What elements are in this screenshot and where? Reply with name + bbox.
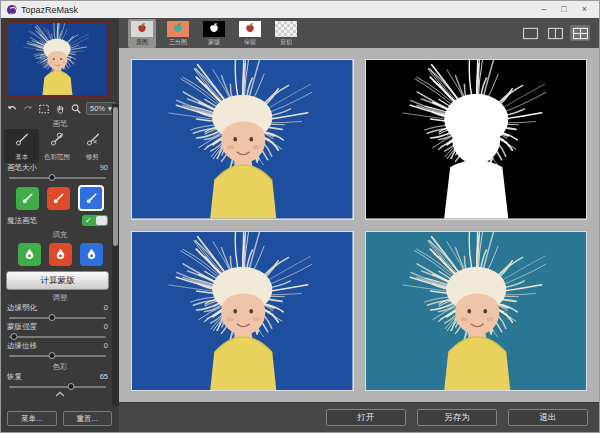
brush-size-label: 画笔大小 (7, 163, 37, 173)
tab-label: 保留 (244, 38, 256, 47)
marquee-select-icon[interactable] (38, 102, 50, 115)
save-as-button[interactable]: 另存为 (417, 409, 497, 426)
redo-icon[interactable] (22, 102, 34, 115)
tab-3[interactable]: 蒙版 (200, 19, 228, 48)
brush-section-header: 画笔 (1, 119, 119, 129)
slider-value: 65 (100, 372, 108, 382)
brush-tools-row: 基本色彩范围修剪 (1, 129, 119, 163)
slider-label: 边缘弱化 (7, 303, 37, 313)
slider-handle[interactable] (49, 352, 56, 359)
tab-label: 三分图 (169, 38, 187, 47)
brush-tool-label: 修剪 (86, 153, 99, 162)
compute-fill-button[interactable] (80, 243, 103, 266)
single-view-button[interactable] (520, 25, 540, 41)
view-tabs: 原图 三分图 蒙版 保留剪切 (128, 19, 300, 48)
tab-label: 蒙版 (208, 38, 220, 47)
apple-original-view-icon (131, 21, 153, 37)
apple-keep-view-icon (239, 21, 261, 37)
footer-bar: 打开 另存为 退出 (119, 402, 599, 432)
panel-original-top[interactable] (131, 59, 354, 220)
brush-tool-2[interactable]: 色彩范围 (39, 129, 74, 163)
sidebar-footer: 菜单... 重置... (1, 408, 119, 432)
compute-mask-button[interactable]: 计算蒙版 (6, 271, 109, 290)
apple-mask-view-icon (203, 21, 225, 37)
fill-section-header: 填充 (1, 230, 119, 240)
cut-fill-button[interactable] (49, 243, 72, 266)
close-button[interactable]: × (582, 5, 587, 14)
tool-sidebar: 50% ▾ 画笔 基本色彩范围修剪 画笔大小 90 魔法画笔 ✓ (1, 18, 119, 432)
brush-color-buttons (1, 182, 119, 213)
apple-trimap-view-icon (167, 21, 189, 37)
brush-tool-icon (12, 131, 31, 153)
zoom-level-value: 50% (90, 104, 105, 113)
slider-label: 边缘位移 (7, 341, 37, 351)
cut-brush-button[interactable] (47, 187, 70, 210)
magic-brush-row: 魔法画笔 ✓ (1, 213, 119, 228)
slider-handle[interactable] (49, 174, 56, 181)
slider-handle[interactable] (67, 383, 74, 390)
color-slider-1[interactable]: 恢复 65 (1, 372, 119, 391)
sidebar-collapse-chevron[interactable] (1, 391, 119, 397)
check-icon: ✓ (85, 215, 92, 226)
tab-4[interactable]: 保留 (236, 19, 264, 48)
panel-mask[interactable] (365, 59, 588, 220)
app-logo-icon (7, 5, 17, 15)
adjust-section-header: 调整 (1, 293, 119, 303)
app-window: TopazReMask – □ × (0, 0, 600, 433)
sidebar-toolbar: 50% ▾ (1, 99, 119, 117)
brush-tool-icon (83, 131, 102, 153)
open-button[interactable]: 打开 (326, 409, 406, 426)
adjust-slider-3[interactable]: 边缘位移 0 (1, 341, 119, 360)
reset-button[interactable]: 重置... (63, 411, 113, 426)
preview-grid (119, 48, 599, 402)
brush-tool-label: 色彩范围 (44, 153, 70, 162)
apple-transparent-view-icon (275, 21, 297, 37)
slider-value: 0 (104, 341, 108, 351)
adjust-sliders: 边缘弱化 0 蒙版强度 0 边缘位移 0 (1, 303, 119, 360)
zoom-icon[interactable] (70, 102, 82, 115)
window-title: TopazReMask (21, 5, 78, 15)
minimize-button[interactable]: – (541, 5, 546, 14)
view-tabs-bar: 原图 三分图 蒙版 保留剪切 (119, 18, 599, 48)
magic-brush-toggle[interactable]: ✓ (82, 215, 108, 226)
panel-cutout[interactable] (365, 231, 588, 392)
brush-tool-3[interactable]: 修剪 (75, 129, 110, 163)
slider-value: 0 (104, 303, 108, 313)
slider-label: 恢复 (7, 372, 22, 382)
maximize-button[interactable]: □ (561, 5, 566, 14)
exit-button[interactable]: 退出 (508, 409, 588, 426)
adjust-slider-2[interactable]: 蒙版强度 0 (1, 322, 119, 341)
sidebar-scrollbar[interactable] (112, 104, 119, 406)
keep-brush-button[interactable] (16, 187, 39, 210)
menu-button[interactable]: 菜单... (7, 411, 57, 426)
adjust-slider-1[interactable]: 边缘弱化 0 (1, 303, 119, 322)
slider-label: 蒙版强度 (7, 322, 37, 332)
split-view-button[interactable] (545, 25, 565, 41)
magic-brush-label: 魔法画笔 (7, 216, 37, 226)
toggle-knob (96, 216, 107, 225)
slider-handle[interactable] (49, 314, 56, 321)
preview-thumbnail[interactable] (5, 21, 109, 97)
scrollbar-thumb[interactable] (113, 107, 118, 246)
brush-tool-icon (47, 131, 66, 153)
slider-value: 0 (104, 322, 108, 332)
title-bar: TopazReMask – □ × (1, 1, 599, 18)
tab-2[interactable]: 三分图 (164, 19, 192, 48)
compute-brush-button[interactable] (78, 185, 104, 211)
brush-size-value: 90 (100, 163, 108, 173)
color-sliders: 恢复 65 (1, 372, 119, 391)
panel-original-bottom[interactable] (131, 231, 354, 392)
tab-label: 原图 (136, 38, 148, 47)
tab-1[interactable]: 原图 (128, 19, 156, 48)
pan-hand-icon[interactable] (54, 102, 66, 115)
color-section-header: 色彩 (1, 362, 119, 372)
slider-handle[interactable] (11, 333, 18, 340)
undo-icon[interactable] (6, 102, 18, 115)
fill-buttons (1, 240, 119, 268)
quad-view-button[interactable] (570, 25, 590, 41)
brush-tool-1[interactable]: 基本 (4, 129, 39, 163)
brush-size-slider[interactable]: 画笔大小 90 (1, 163, 119, 182)
tab-5[interactable]: 剪切 (272, 19, 300, 48)
layout-buttons (520, 25, 590, 41)
keep-fill-button[interactable] (18, 243, 41, 266)
